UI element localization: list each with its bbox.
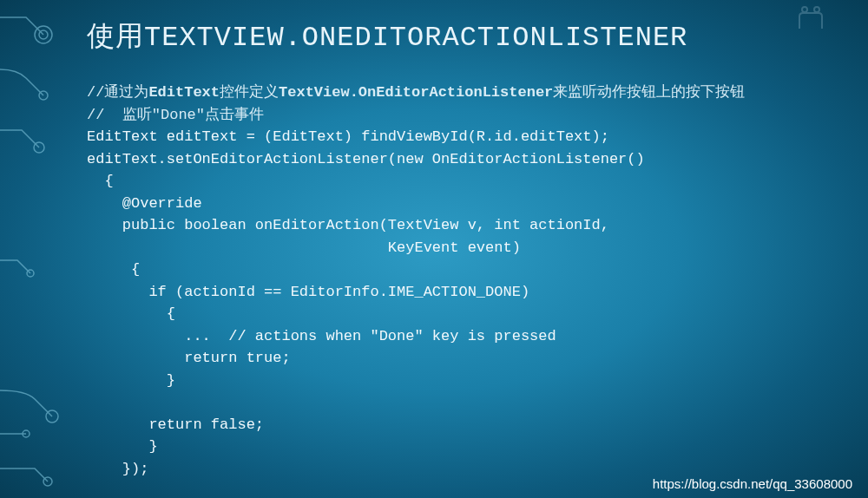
slide-title: 使用TEXTVIEW.ONEDITORACTIONLISTENER [0, 0, 868, 56]
code-line-6: @Override [87, 195, 202, 212]
svg-point-8 [802, 7, 807, 12]
code-line-9: { [87, 261, 140, 278]
code-line-4: editText.setOnEditorActionListener(new O… [87, 151, 645, 167]
code-content: //通过为EditText控件定义TextView.OnEditorAction… [87, 82, 868, 480]
code-block: //通过为EditText控件定义TextView.OnEditorAction… [0, 56, 868, 480]
footer-url: https://blog.csdn.net/qq_33608000 [653, 476, 852, 491]
title-prefix: 使用 [87, 20, 144, 51]
code-line-7: public boolean onEditorAction(TextView v… [87, 217, 609, 233]
svg-point-9 [814, 7, 819, 12]
code-line-16: return false; [87, 416, 264, 433]
code-line-12: ... // actions when "Done" key is presse… [87, 328, 556, 344]
code-line-17: } [87, 438, 158, 455]
code-line-18: }); [87, 461, 148, 477]
comment-line-2: // 监听"Done"点击事件 [87, 107, 264, 123]
code-line-14: } [87, 372, 175, 389]
watermark-logo-icon [794, 4, 829, 35]
code-line-10: if (actionId == EditorInfo.IME_ACTION_DO… [87, 284, 529, 300]
code-line-8: KeyEvent event) [87, 239, 521, 256]
comment-line-1: //通过为EditText控件定义TextView.OnEditorAction… [87, 84, 745, 101]
code-line-3: EditText editText = (EditText) findViewB… [87, 128, 609, 145]
code-line-11: { [87, 305, 175, 322]
code-line-5: { [87, 173, 114, 189]
code-line-13: return true; [87, 350, 291, 366]
title-main: TEXTVIEW.ONEDITORACTIONLISTENER [144, 22, 687, 54]
